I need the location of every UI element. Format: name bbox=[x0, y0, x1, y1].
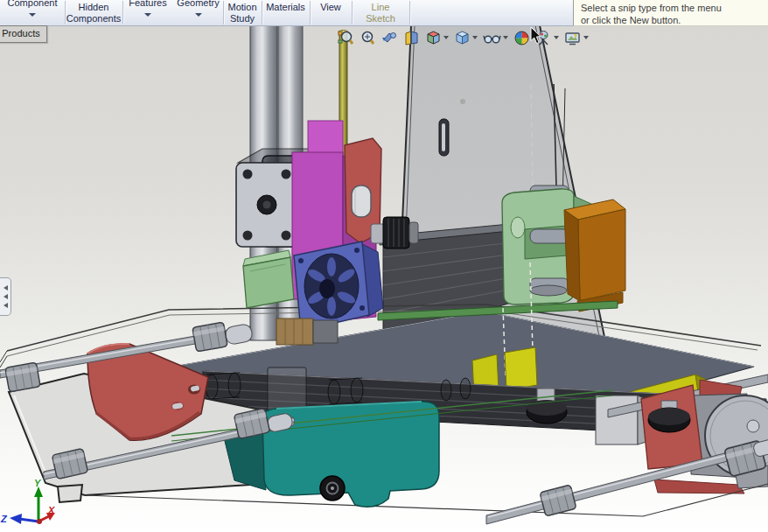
view-orientation-icon[interactable] bbox=[422, 27, 451, 48]
heads-up-view-toolbar bbox=[335, 27, 591, 48]
fan-duct[interactable] bbox=[243, 250, 294, 308]
toolbar-item-materials[interactable]: Materials bbox=[262, 0, 310, 25]
chevron-down-icon bbox=[472, 36, 478, 39]
chevron-down-icon bbox=[583, 36, 589, 39]
zoom-to-fit-icon[interactable] bbox=[335, 27, 357, 48]
hotend-block[interactable] bbox=[276, 318, 338, 345]
previous-view-icon[interactable] bbox=[379, 27, 401, 48]
toolbar-item-hidden-components[interactable]: Hidden Components bbox=[65, 0, 122, 25]
chevron-down-icon bbox=[144, 13, 151, 17]
viewport[interactable]: Y Z X bbox=[0, 0, 768, 532]
snip-tooltip-line2: or click the New button. bbox=[581, 14, 768, 26]
collapse-left-icon bbox=[3, 285, 8, 290]
view-settings-icon[interactable] bbox=[562, 27, 591, 48]
chevron-down-icon bbox=[443, 36, 449, 39]
collapse-left-icon bbox=[3, 303, 8, 308]
panel-collapse-button[interactable] bbox=[0, 277, 11, 316]
display-style-icon[interactable] bbox=[451, 27, 480, 48]
collapse-left-icon bbox=[3, 294, 8, 299]
triad-x-label: X bbox=[47, 505, 55, 515]
chevron-down-icon bbox=[195, 13, 202, 17]
toolbar-item-motion-study[interactable]: Motion Study bbox=[223, 0, 262, 25]
products-tab[interactable]: Products bbox=[0, 25, 47, 43]
mouse-cursor-icon bbox=[530, 26, 544, 46]
chevron-down-icon bbox=[554, 36, 559, 39]
toolbar-item-component[interactable]: Component bbox=[0, 0, 65, 25]
chevron-down-icon bbox=[29, 13, 36, 17]
toolbar-item-line-sketch: Line Sketch bbox=[352, 0, 409, 25]
toolbar-separator bbox=[409, 1, 410, 24]
toolbar-item-view[interactable]: View bbox=[310, 0, 352, 25]
snip-tooltip: Select a snip type from the menu or clic… bbox=[573, 0, 768, 26]
idler-roller bbox=[352, 186, 371, 217]
hide-show-items-icon[interactable] bbox=[480, 27, 511, 48]
snip-tooltip-line1: Select a snip type from the menu bbox=[581, 2, 768, 14]
toolbar-item-features[interactable]: Features bbox=[122, 0, 173, 25]
triad-z-label: Z bbox=[0, 514, 8, 524]
toolbar-item-geometry[interactable]: Geometry bbox=[173, 0, 223, 25]
zoom-to-area-icon[interactable] bbox=[357, 27, 379, 48]
chevron-down-icon bbox=[503, 36, 508, 39]
x-end-motor-mount[interactable] bbox=[564, 200, 625, 312]
section-view-icon[interactable] bbox=[401, 27, 422, 48]
